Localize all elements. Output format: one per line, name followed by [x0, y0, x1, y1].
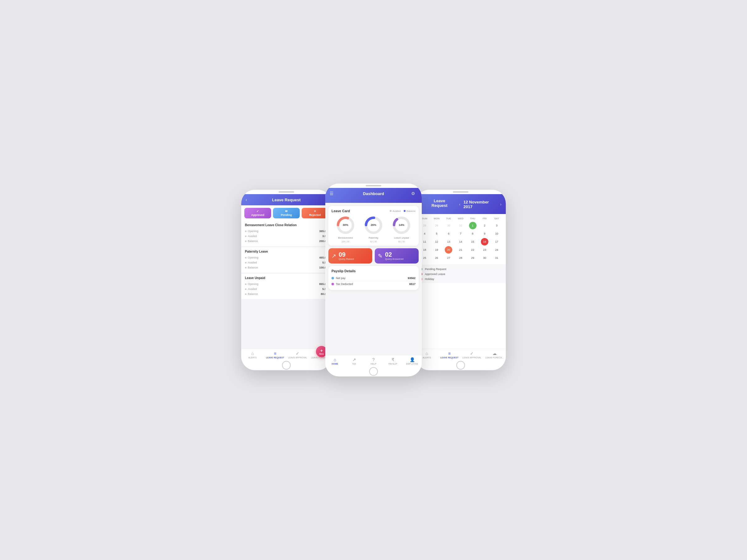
- cal-week-1: 28 29 30 31 1 2 3: [419, 222, 503, 229]
- right-phone-notch: [415, 190, 506, 194]
- day-20[interactable]: 20: [445, 246, 452, 254]
- query-answered-num: 02: [385, 251, 415, 258]
- net-pay-value: 93562: [408, 276, 415, 280]
- day-16[interactable]: 16: [481, 238, 488, 245]
- day-18[interactable]: 18: [421, 246, 428, 254]
- day-2[interactable]: 2: [481, 222, 488, 229]
- payslip-tax-label-wrap: Tax Deducted: [332, 283, 353, 286]
- day-5[interactable]: 5: [433, 230, 440, 237]
- day-19[interactable]: 19: [433, 246, 440, 254]
- rejected-label: Rejected: [309, 213, 321, 216]
- query-raised-icon: ↗: [332, 252, 336, 260]
- left-header: ‹ Leave Request: [241, 194, 332, 205]
- day-30-prev[interactable]: 30: [445, 222, 452, 229]
- cal-week-5: 25 26 27 28 29 30 31: [419, 254, 503, 262]
- unpaid-donut-sub: 60 | 30: [398, 240, 405, 243]
- query-raised-card[interactable]: ↗ 09 Query Raised: [328, 248, 372, 264]
- paternity-opening-row: Opening 465.00: [245, 255, 328, 260]
- legend-availed: Availed: [390, 210, 401, 212]
- day-26[interactable]: 26: [433, 254, 440, 262]
- day-10[interactable]: 10: [493, 230, 500, 237]
- unpaid-balance-label: Balance: [245, 292, 258, 296]
- right-nav-leave-request[interactable]: ≡ LEAVE REQUEST: [438, 349, 461, 360]
- scene: ‹ Leave Request ✓ Approved ✉ Pending: [202, 184, 545, 376]
- filter-tabs: ✓ Approved ✉ Pending ✕ Rejected: [241, 205, 332, 221]
- paternity-balance-label: Balance: [245, 266, 258, 269]
- help-label: HELP: [371, 363, 376, 365]
- svg-text:14%: 14%: [399, 223, 404, 226]
- holiday-legend-label: Holiday: [425, 277, 434, 281]
- nav-tax[interactable]: ↗ TAX: [344, 355, 364, 367]
- pending-legend-label: Pending Request: [425, 268, 446, 271]
- unpaid-category: Leave Unpaid Opening 865.00 Availed 5.50…: [241, 274, 332, 299]
- day-11[interactable]: 11: [421, 238, 428, 245]
- day-8[interactable]: 8: [469, 230, 476, 237]
- donut-unpaid: 14% Leave unpaid 60 | 30: [391, 215, 411, 243]
- day-24[interactable]: 24: [493, 246, 500, 254]
- day-3[interactable]: 3: [493, 222, 500, 229]
- nav-alerts[interactable]: ⌂ ALERTS: [241, 349, 264, 360]
- left-home-btn[interactable]: [241, 360, 332, 370]
- leave-request-label: LEAVE REQUEST: [266, 356, 284, 359]
- day-22[interactable]: 22: [469, 246, 476, 254]
- day-4[interactable]: 4: [421, 230, 428, 237]
- net-pay-dot: [332, 277, 334, 279]
- unpaid-availed-row: Availed 5.50: [245, 287, 328, 292]
- right-home-btn[interactable]: [415, 360, 506, 370]
- day-6[interactable]: 6: [445, 230, 452, 237]
- back-icon[interactable]: ‹: [246, 197, 252, 202]
- tax-deducted-label: Tax Deducted: [336, 283, 353, 286]
- leave-approval-icon: ✓: [296, 351, 300, 356]
- nav-help[interactable]: ? HELP: [364, 355, 383, 367]
- cal-next-btn[interactable]: ›: [500, 202, 501, 207]
- day-21[interactable]: 21: [457, 246, 464, 254]
- right-nav-leave-approval[interactable]: ✓ LEAVE APPROVAL: [461, 349, 483, 360]
- cal-prev-btn[interactable]: ‹: [459, 202, 460, 207]
- dashboard-content: Leave Card Availed Balance: [325, 203, 422, 355]
- day-12[interactable]: 12: [433, 238, 440, 245]
- day-15[interactable]: 15: [469, 238, 476, 245]
- payslip-title: Payslip Details: [332, 269, 356, 273]
- nav-leave-approval[interactable]: ✓ LEAVE APPROVAL: [286, 349, 309, 360]
- tax-deducted-value: 6517: [409, 283, 415, 286]
- day-23[interactable]: 23: [481, 246, 488, 254]
- nav-leave-request[interactable]: ≡ LEAVE REQUEST: [264, 349, 287, 360]
- menu-icon[interactable]: ☰: [330, 191, 336, 196]
- center-home-btn[interactable]: [325, 367, 422, 376]
- day-7[interactable]: 7: [457, 230, 464, 237]
- paternity-availed-row: Availed 5.50: [245, 260, 328, 265]
- rejected-tab[interactable]: ✕ Rejected: [302, 208, 328, 218]
- day-27[interactable]: 27: [445, 254, 452, 262]
- query-answered-card[interactable]: ✎ 02 Query Answered: [375, 248, 419, 264]
- nav-payslip[interactable]: ₹ PAYSLIP: [383, 355, 403, 367]
- day-28-prev[interactable]: 28: [421, 222, 428, 229]
- tax-dot: [332, 283, 334, 285]
- paternity-title: Paternity Leave: [245, 250, 328, 253]
- day-1[interactable]: 1: [469, 222, 476, 229]
- day-28[interactable]: 28: [457, 254, 464, 262]
- unpaid-opening-row: Opening 865.00: [245, 282, 328, 287]
- day-31[interactable]: 31: [493, 254, 500, 262]
- day-9[interactable]: 9: [481, 230, 488, 237]
- dashboard-header: ☰ Dashboard ⚙: [325, 188, 422, 203]
- day-31-prev[interactable]: 31: [457, 222, 464, 229]
- nav-home[interactable]: ⌂ HOME: [325, 355, 344, 367]
- settings-icon[interactable]: ⚙: [411, 191, 417, 196]
- leave-list: Bereavement Leave Close Relation Opening…: [241, 221, 332, 349]
- leave-req-content: ✓ Approved ✉ Pending ✕ Rejected: [241, 205, 332, 349]
- day-13[interactable]: 13: [445, 238, 452, 245]
- bereavement-donut-sub: 100 | 30: [341, 240, 349, 243]
- bereavement-opening-row: Opening 365.00: [245, 229, 328, 234]
- nav-employee[interactable]: 👤 EMPLOYEE: [403, 355, 422, 367]
- paternity-balance-row: Balance 100.00: [245, 265, 328, 270]
- day-25[interactable]: 25: [421, 254, 428, 262]
- day-17[interactable]: 17: [493, 238, 500, 245]
- day-29-prev[interactable]: 29: [433, 222, 440, 229]
- day-14[interactable]: 14: [457, 238, 464, 245]
- right-nav-leave-forecast[interactable]: ☁ LEAVE FORECA...: [483, 349, 506, 360]
- day-29[interactable]: 29: [469, 254, 476, 262]
- left-phone-screen: ‹ Leave Request ✓ Approved ✉ Pending: [241, 194, 332, 360]
- approved-tab[interactable]: ✓ Approved: [244, 208, 271, 218]
- pending-tab[interactable]: ✉ Pending: [273, 208, 300, 218]
- day-30[interactable]: 30: [481, 254, 488, 262]
